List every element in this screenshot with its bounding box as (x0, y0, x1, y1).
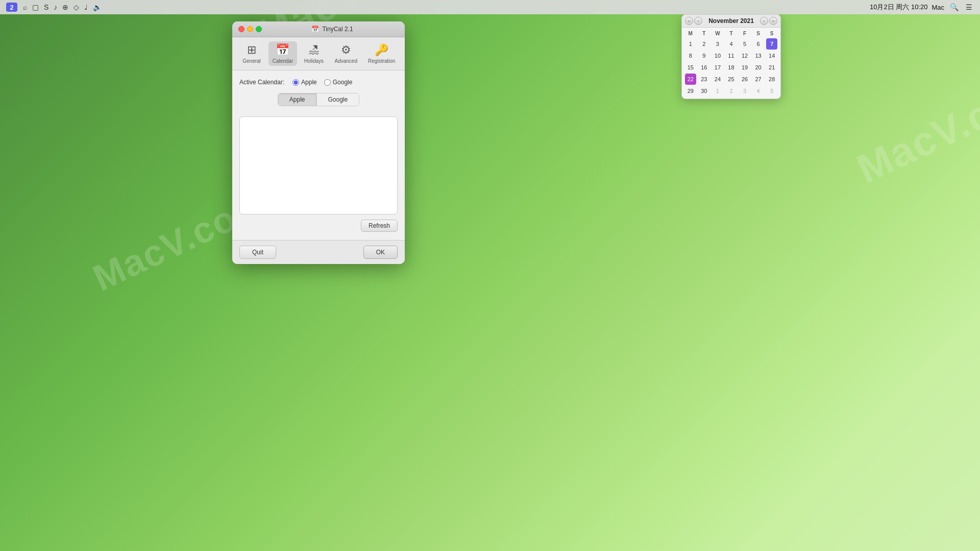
cal-day-22-selected[interactable]: 22 (685, 74, 696, 85)
cal-day-6[interactable]: 6 (753, 38, 764, 50)
cal-day-next-1[interactable]: 1 (712, 85, 723, 97)
menubar-left: 2 ⌕ ▢ S ♪ ⊕ ◇ ♩ 🔈 (6, 3, 867, 12)
dialog-title-icon: 📅 (311, 26, 319, 33)
menubar-icon-music[interactable]: ♩ (83, 3, 89, 11)
cal-day-3[interactable]: 3 (712, 38, 723, 50)
holidays-icon: 🏖 (308, 43, 320, 57)
calendar-grid: M T W T F S S 1 2 3 4 5 6 7 8 9 10 11 12… (682, 28, 780, 99)
cal-day-27[interactable]: 27 (753, 74, 764, 85)
cal-day-5[interactable]: 5 (739, 38, 750, 50)
close-button[interactable] (238, 26, 244, 32)
quit-button[interactable]: Quit (239, 246, 276, 259)
watermark-3: MacV.co (850, 79, 980, 193)
radio-google-input[interactable] (324, 79, 331, 86)
toolbar-general[interactable]: ⊞ General (238, 41, 266, 66)
cal-day-11[interactable]: 11 (725, 50, 737, 61)
seg-apple-btn[interactable]: Apple (278, 93, 317, 106)
cal-next-btn[interactable]: › (760, 17, 768, 25)
menubar: 2 ⌕ ▢ S ♪ ⊕ ◇ ♩ 🔈 10月2日 周六 10:20 Mac 🔍 ☰ (0, 0, 980, 14)
cal-day-14[interactable]: 14 (766, 50, 777, 61)
cal-day-21[interactable]: 21 (766, 62, 777, 73)
registration-icon: 🔑 (375, 43, 388, 57)
cal-day-15[interactable]: 15 (685, 62, 696, 73)
cal-day-26[interactable]: 26 (739, 74, 750, 85)
cal-day-headers: M T W T F S S (684, 30, 778, 37)
radio-apple[interactable]: Apple (292, 79, 317, 86)
cal-day-8[interactable]: 8 (685, 50, 696, 61)
menubar-icon-s[interactable]: S (42, 3, 50, 11)
cal-day-next-2[interactable]: 2 (725, 85, 737, 97)
cal-day-18[interactable]: 18 (725, 62, 737, 73)
cal-day-12[interactable]: 12 (739, 50, 750, 61)
cal-header-w: W (711, 30, 724, 37)
cal-header-t2: T (725, 30, 738, 37)
cal-nav-left: ‹‹ ‹ (685, 17, 702, 25)
active-calendar-label: Active Calendar: (239, 79, 284, 86)
radio-apple-label: Apple (301, 79, 317, 86)
seg-google-btn[interactable]: Google (317, 93, 359, 106)
cal-next-next-btn[interactable]: ›› (769, 17, 777, 25)
cal-day-28[interactable]: 28 (766, 74, 777, 85)
traffic-lights (238, 26, 262, 32)
radio-apple-input[interactable] (292, 79, 299, 86)
cal-prev-prev-btn[interactable]: ‹‹ (685, 17, 693, 25)
menubar-icon-square[interactable]: ▢ (31, 3, 40, 11)
dialog-toolbar: ⊞ General 📅 Calendar 🏖 Holidays ⚙ Advanc… (232, 37, 405, 70)
cal-day-23[interactable]: 23 (698, 74, 709, 85)
menubar-username[interactable]: Mac (932, 4, 944, 11)
dialog-content: Active Calendar: Apple Google Apple Goog… (232, 70, 405, 240)
maximize-button[interactable] (256, 26, 262, 32)
menubar-icon-volume[interactable]: 🔈 (91, 3, 103, 11)
segmented-control: Apple Google (278, 93, 359, 106)
tinycal-dialog: 📅 TinyCal 2.1 ⊞ General 📅 Calendar 🏖 Hol… (232, 21, 405, 264)
cal-day-4[interactable]: 4 (725, 38, 737, 50)
active-calendar-row: Active Calendar: Apple Google (239, 79, 398, 86)
cal-day-24[interactable]: 24 (712, 74, 723, 85)
toolbar-advanced[interactable]: ⚙ Advanced (330, 41, 361, 66)
refresh-button[interactable]: Refresh (361, 220, 398, 232)
desktop-background: MacV MacV.com MacV.co (0, 0, 980, 551)
cal-day-17[interactable]: 17 (712, 62, 723, 73)
menubar-icon-search[interactable]: ⌕ (21, 3, 29, 11)
toolbar-calendar[interactable]: 📅 Calendar (268, 41, 298, 66)
menubar-search-icon[interactable]: 🔍 (948, 3, 960, 11)
ok-button[interactable]: OK (363, 246, 398, 259)
cal-day-30[interactable]: 30 (698, 85, 709, 97)
cal-header-f: F (738, 30, 751, 37)
minimize-button[interactable] (247, 26, 253, 32)
cal-day-16[interactable]: 16 (698, 62, 709, 73)
cal-day-1[interactable]: 1 (685, 38, 696, 50)
dialog-footer: Quit OK (232, 240, 405, 264)
cal-day-19[interactable]: 19 (739, 62, 750, 73)
cal-prev-btn[interactable]: ‹ (694, 17, 702, 25)
cal-day-next-3[interactable]: 3 (739, 85, 750, 97)
cal-day-7-today[interactable]: 7 (766, 38, 777, 50)
cal-day-next-5[interactable]: 5 (766, 85, 777, 97)
menubar-badge[interactable]: 2 (6, 3, 17, 12)
menubar-menu-icon[interactable]: ☰ (964, 3, 974, 11)
calendar-label: Calendar (273, 58, 293, 64)
menubar-datetime: 10月2日 周六 10:20 (870, 3, 927, 12)
toolbar-registration[interactable]: 🔑 Registration (364, 41, 399, 66)
cal-day-29[interactable]: 29 (685, 85, 696, 97)
radio-google[interactable]: Google (324, 79, 353, 86)
cal-day-25[interactable]: 25 (725, 74, 737, 85)
cal-day-13[interactable]: 13 (753, 50, 764, 61)
toolbar-holidays[interactable]: 🏖 Holidays (300, 41, 328, 66)
cal-day-9[interactable]: 9 (698, 50, 709, 61)
general-label: General (242, 58, 261, 64)
advanced-label: Advanced (334, 58, 357, 64)
menubar-icon-pin[interactable]: ♪ (52, 3, 59, 11)
calendar-header: ‹‹ ‹ November 2021 › ›› (682, 15, 780, 28)
calendar-list-area (239, 116, 398, 214)
cal-day-2[interactable]: 2 (698, 38, 709, 50)
menubar-icon-diamond[interactable]: ◇ (72, 3, 81, 11)
cal-day-10[interactable]: 10 (712, 50, 723, 61)
cal-days: 1 2 3 4 5 6 7 8 9 10 11 12 13 14 15 16 1… (684, 38, 778, 97)
dialog-titlebar: 📅 TinyCal 2.1 (232, 21, 405, 37)
cal-day-next-4[interactable]: 4 (753, 85, 764, 97)
cal-header-t1: T (698, 30, 711, 37)
cal-header-s2: S (765, 30, 778, 37)
cal-day-20[interactable]: 20 (753, 62, 764, 73)
menubar-icon-circle[interactable]: ⊕ (61, 3, 70, 11)
